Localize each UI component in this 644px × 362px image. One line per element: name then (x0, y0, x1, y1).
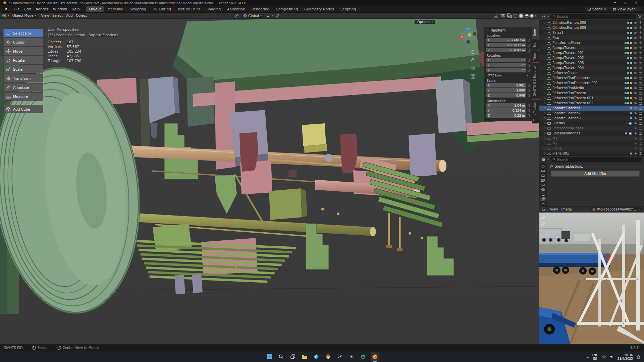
menu-render[interactable]: Render (34, 7, 51, 11)
menu-window[interactable]: Window (51, 7, 69, 11)
view-layer-selector[interactable]: ViewLayer × (610, 7, 641, 11)
camera-icon[interactable] (639, 41, 643, 45)
value-field[interactable]: X0° (486, 58, 526, 62)
camera-icon[interactable] (639, 86, 643, 90)
image-menu-image[interactable]: Image (560, 207, 574, 211)
expand-icon[interactable] (544, 72, 547, 74)
value-field[interactable]: X-0.77467 m (486, 38, 526, 42)
camera-icon[interactable] (639, 131, 643, 135)
value-field[interactable]: Z0.23 m (486, 113, 526, 118)
eye-icon[interactable] (633, 61, 637, 65)
chevron-down-icon[interactable]: ▾ (272, 14, 274, 17)
outliner-item-cilindrosrampa-008[interactable]: CilindrosRampa.008 (539, 20, 644, 25)
tool-annotate[interactable]: Annotate (3, 83, 43, 92)
outliner-item-extra1[interactable]: Extra1 (539, 30, 644, 35)
options-dropdown[interactable]: Options ▾ (415, 20, 435, 24)
expand-icon[interactable] (544, 52, 547, 54)
shading-rendered-icon[interactable] (530, 14, 534, 18)
eye-icon[interactable] (633, 46, 637, 50)
camera-icon[interactable] (639, 96, 643, 100)
value-field[interactable]: Z0° (486, 68, 526, 72)
outliner-item-rampatrasera-001[interactable]: RampaTrasera.001 (539, 50, 644, 55)
expand-icon[interactable] (544, 32, 547, 34)
lock-icon[interactable] (528, 104, 530, 107)
camera-icon[interactable] (639, 116, 643, 120)
eye-icon[interactable] (633, 101, 637, 105)
eye-icon[interactable] (633, 66, 637, 70)
taskbar-app-edge[interactable] (312, 352, 321, 361)
outliner-item-soporteelastico2[interactable]: SoporteElastico2 (539, 111, 644, 116)
expand-icon[interactable] (544, 21, 547, 24)
taskbar-app-task-view[interactable] (288, 352, 297, 361)
value-field[interactable]: Y0.003871 m (486, 43, 526, 47)
properties-editor-icon[interactable] (541, 157, 546, 162)
rotation-mode-dropdown[interactable]: XYZ Euler▾ (486, 73, 530, 77)
value-field[interactable]: X0.901 (486, 83, 526, 87)
value-field[interactable]: Z0.948 (486, 93, 526, 98)
camera-icon[interactable] (639, 26, 643, 30)
annotate-tool-icon[interactable] (541, 215, 545, 220)
camera-icon[interactable] (639, 46, 643, 50)
sidebar-tab-tool[interactable]: Tool (532, 39, 539, 50)
navigation-gizmo[interactable]: Z X Y (459, 26, 478, 45)
collapse-icon[interactable]: ▾ (486, 29, 488, 32)
lock-icon[interactable] (528, 69, 530, 72)
eye-icon[interactable] (633, 106, 637, 110)
editor-type-icon[interactable] (2, 13, 6, 18)
taskbar-app-red-app[interactable] (347, 352, 356, 361)
blender-app-menu[interactable]: ▾ (2, 7, 11, 11)
expand-icon[interactable] (544, 97, 547, 100)
value-field[interactable]: Y1.000 (486, 88, 526, 93)
workspace-tab-sculpting[interactable]: Sculpting (127, 6, 149, 12)
camera-icon[interactable] (639, 136, 643, 140)
taskbar-app-search[interactable] (277, 352, 285, 361)
expand-icon[interactable] (544, 112, 547, 115)
workspace-tab-rendering[interactable]: Rendering (249, 6, 273, 12)
mode-dropdown[interactable]: Object Mode ▾ (10, 13, 38, 18)
outliner-item-referencias-bases[interactable]: Referencias-Bases (539, 126, 644, 131)
outliner-item-refuerzopisotrasero-002[interactable]: RefuerzoPisoTrasero.002 (539, 101, 644, 106)
outliner-item-refuerzopisotrasero-001[interactable]: RefuerzoPisoTrasero.001 (539, 96, 644, 101)
camera-icon[interactable] (639, 56, 643, 60)
expand-icon[interactable] (544, 62, 547, 64)
properties-tab-output[interactable] (540, 173, 546, 178)
outliner-item-refuerzopisodelantero[interactable]: RefuerzoPisoDelantero (539, 75, 644, 80)
chevron-down-icon[interactable]: ▾ (535, 14, 536, 17)
toggle-xray-icon[interactable] (507, 13, 512, 18)
sidebar-tab-view[interactable]: View (532, 50, 539, 62)
outliner-item-rampatrasera-004[interactable]: RampaTrasera.004 (539, 65, 644, 70)
eye-icon[interactable] (633, 31, 637, 35)
properties-tab-render[interactable] (540, 169, 546, 173)
taskbar-app-file-explorer[interactable] (300, 352, 309, 361)
tool-measure[interactable]: Measure (3, 92, 43, 101)
eye-icon[interactable] (633, 96, 637, 100)
properties-tab-object[interactable] (540, 192, 546, 196)
checkbox-icon[interactable] (629, 127, 632, 130)
camera-icon[interactable] (639, 106, 643, 110)
filter-funnel-icon[interactable] (638, 14, 642, 19)
expand-icon[interactable] (544, 137, 547, 140)
scene-render[interactable] (0, 13, 539, 344)
pan-hand-icon[interactable] (470, 58, 476, 63)
checkbox-icon[interactable] (629, 122, 632, 125)
camera-icon[interactable] (639, 101, 643, 105)
viewport-menu-object[interactable]: Object (74, 14, 89, 17)
lock-icon[interactable] (528, 39, 530, 42)
grid-ortho-icon[interactable] (470, 74, 476, 79)
sidebar-tab-item[interactable]: Item (532, 27, 539, 39)
transform-pivot-icon[interactable] (235, 14, 239, 18)
outliner-item-refuerzopisomedio[interactable]: RefuerzoPisoMedio (539, 85, 644, 90)
orientation-dropdown[interactable]: Global ▾ (241, 14, 264, 18)
camera-view-icon[interactable] (470, 66, 476, 71)
outliner-item-rampatrasera[interactable]: RampaTrasera (539, 45, 644, 50)
sidebar-tab-giants-i3d-exporter[interactable]: GIANTS I3D Exporter (532, 63, 539, 99)
tool-move[interactable]: Move (3, 47, 43, 55)
add-modifier-button[interactable]: Add Modifier (551, 171, 639, 177)
outliner-search[interactable] (550, 14, 636, 19)
wifi-icon[interactable] (602, 355, 606, 359)
language-indicator[interactable]: ENG ES (592, 354, 598, 360)
expand-icon[interactable] (544, 142, 547, 145)
outliner-item-refuerzochasis[interactable]: RefuerzoChasis (539, 70, 644, 75)
outliner-item-plataformaplana[interactable]: PlataformaPlana (539, 40, 644, 45)
expand-icon[interactable] (544, 147, 547, 150)
